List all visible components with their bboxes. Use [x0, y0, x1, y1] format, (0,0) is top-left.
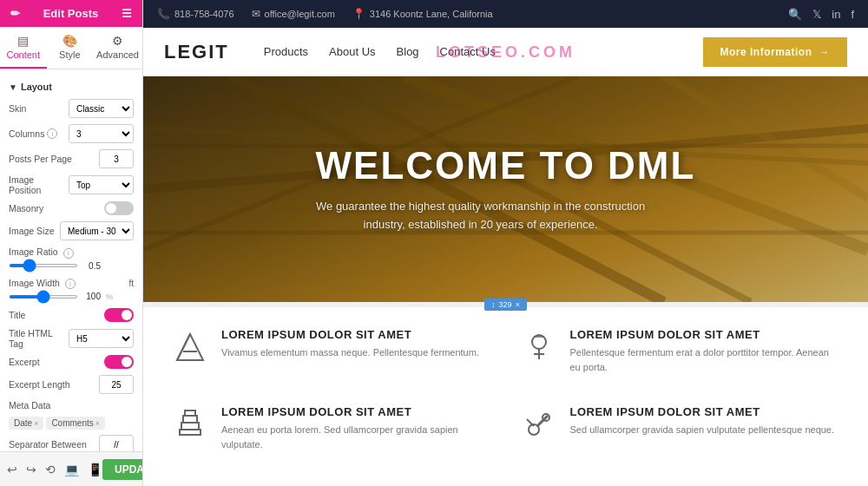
feature-text-1: LOREM IPSUM DOLOR SIT AMET Pellentesque … — [570, 328, 841, 374]
menu-icon[interactable]: ☰ — [122, 7, 132, 20]
mobile-icon[interactable]: 📱 — [88, 463, 102, 476]
image-size-label: Image Size — [9, 226, 60, 236]
tab-style[interactable]: 🎨 Style — [47, 27, 94, 69]
redo-icon[interactable]: ↪ — [26, 463, 36, 476]
svg-marker-10 — [177, 334, 203, 360]
feature-desc-2: Aenean eu porta lorem. Sed ullamcorper g… — [221, 423, 492, 451]
image-size-select[interactable]: Medium - 300 x 300 — [60, 221, 134, 240]
search-icon[interactable]: 🔍 — [788, 8, 802, 21]
skin-select[interactable]: Classic — [69, 99, 134, 118]
resize-badge[interactable]: ↕ 329 × — [484, 299, 527, 311]
meta-data-label: Meta Data — [9, 400, 134, 410]
feature-text-0: LOREM IPSUM DOLOR SIT AMET Vivamus eleme… — [221, 328, 479, 360]
address-contact: 📍 3146 Koontz Lane, California — [352, 8, 493, 20]
feature-title-3: LOREM IPSUM DOLOR SIT AMET — [570, 405, 835, 418]
excerpt-toggle[interactable] — [104, 355, 134, 369]
site-logo[interactable]: LEGIT — [164, 41, 229, 63]
panel-header: ✏ Edit Posts ☰ — [0, 0, 142, 27]
image-width-ft: ft — [128, 279, 134, 288]
image-position-label: Image Position — [9, 174, 69, 195]
feature-icon-1 — [520, 328, 558, 366]
tab-content[interactable]: ▤ Content — [0, 27, 47, 69]
nav-products[interactable]: Products — [264, 45, 308, 58]
undo-icon[interactable]: ↩ — [7, 463, 17, 476]
top-bar: 📞 818-758-4076 ✉ office@legit.com 📍 3146… — [143, 0, 868, 28]
separator-input[interactable] — [99, 435, 134, 451]
content-tab-icon: ▤ — [3, 34, 43, 48]
meta-data-tags: Date × Comments × — [9, 417, 134, 430]
history-icon[interactable]: ⟲ — [45, 463, 56, 476]
image-ratio-label: Image Ratio i — [9, 246, 74, 259]
image-width-label: Image Width i — [9, 278, 76, 290]
svg-rect-20 — [185, 410, 195, 416]
panel-title: Edit Posts — [20, 7, 122, 20]
toolbar-icons: ↩ ↪ ⟲ 💻 📱 — [7, 463, 102, 476]
excerpt-length-label: Excerpt Length — [9, 379, 99, 390]
meta-comments-tag[interactable]: Comments × — [46, 417, 105, 430]
feature-desc-1: Pellentesque fermentum erat a dolor port… — [570, 345, 841, 374]
image-ratio-row: Image Ratio i 0.5 — [9, 246, 134, 271]
image-position-select[interactable]: Top — [69, 175, 134, 194]
svg-line-25 — [539, 421, 542, 424]
image-ratio-info-icon[interactable]: i — [63, 248, 74, 259]
bottom-toolbar: ↩ ↪ ⟲ 💻 📱 UPDATE ▼ — [0, 451, 142, 486]
excerpt-label: Excerpt — [9, 357, 104, 367]
linkedin-icon[interactable]: in — [832, 8, 840, 21]
address-icon: 📍 — [352, 8, 365, 20]
advanced-tab-icon: ⚙ — [96, 34, 139, 48]
update-controls: UPDATE ▼ — [102, 459, 143, 480]
meta-data-label-row: Meta Data — [9, 400, 134, 410]
tab-advanced[interactable]: ⚙ Advanced — [93, 27, 142, 69]
resize-handle[interactable]: ↕ 329 × — [143, 302, 868, 307]
svg-rect-19 — [183, 416, 197, 423]
feature-title-2: LOREM IPSUM DOLOR SIT AMET — [221, 405, 492, 418]
posts-per-page-input[interactable] — [99, 149, 134, 168]
main-area: 📞 818-758-4076 ✉ office@legit.com 📍 3146… — [143, 0, 868, 486]
meta-date-remove[interactable]: × — [34, 419, 38, 428]
skin-label: Skin — [9, 103, 69, 114]
image-width-info-icon[interactable]: i — [65, 279, 76, 289]
feature-item-3: LOREM IPSUM DOLOR SIT AMET Sed ullamcorp… — [520, 405, 841, 465]
nav-links: Products About Us Blog Contact Us — [264, 45, 496, 58]
image-ratio-slider[interactable] — [9, 264, 78, 267]
columns-label: Columns i — [9, 128, 69, 139]
phone-contact: 📞 818-758-4076 — [157, 8, 234, 20]
edit-icon: ✏ — [10, 7, 20, 20]
masonry-toggle[interactable] — [104, 201, 134, 215]
feature-desc-3: Sed ullamcorper gravida sapien vulputate… — [570, 423, 835, 437]
top-bar-right: 🔍 𝕏 in f — [788, 8, 854, 21]
features-section: LOREM IPSUM DOLOR SIT AMET Vivamus eleme… — [143, 307, 868, 486]
hero-section: WELCOME TO DML We guarantee the highest … — [143, 76, 868, 302]
title-html-tag-select[interactable]: H5 — [69, 329, 134, 348]
nav-contact[interactable]: Contact Us — [440, 45, 496, 58]
nav-blog[interactable]: Blog — [397, 45, 419, 58]
image-position-field: Image Position Top — [9, 174, 134, 195]
meta-date-tag[interactable]: Date × — [9, 417, 43, 430]
separator-label: Separator Between — [9, 439, 99, 450]
excerpt-length-input[interactable] — [99, 375, 134, 394]
image-width-slider[interactable] — [9, 295, 78, 299]
feature-text-2: LOREM IPSUM DOLOR SIT AMET Aenean eu por… — [221, 405, 492, 451]
panel-tabs: ▤ Content 🎨 Style ⚙ Advanced — [0, 27, 142, 69]
title-field: Title — [9, 308, 134, 322]
title-toggle[interactable] — [104, 308, 134, 322]
desktop-icon[interactable]: 💻 — [64, 463, 79, 476]
posts-per-page-field: Posts Per Page — [9, 149, 134, 168]
meta-comments-remove[interactable]: × — [95, 419, 100, 428]
nav-about[interactable]: About Us — [329, 45, 375, 58]
left-panel: ✏ Edit Posts ☰ ▤ Content 🎨 Style ⚙ Advan… — [0, 0, 143, 486]
columns-info-icon[interactable]: i — [47, 128, 57, 139]
hero-content: WELCOME TO DML We guarantee the highest … — [316, 144, 696, 234]
more-info-button[interactable]: More Information → — [703, 37, 848, 67]
style-tab-icon: 🎨 — [50, 34, 90, 48]
feature-item-2: LOREM IPSUM DOLOR SIT AMET Aenean eu por… — [171, 405, 492, 465]
update-button[interactable]: UPDATE — [102, 459, 143, 480]
email-icon: ✉ — [252, 8, 260, 20]
facebook-icon[interactable]: f — [851, 8, 854, 21]
email-contact: ✉ office@legit.com — [252, 8, 335, 20]
title-html-tag-label: Title HTML Tag — [9, 328, 69, 349]
twitter-icon[interactable]: 𝕏 — [812, 8, 821, 21]
layout-section-header[interactable]: ▼ Layout — [9, 82, 134, 92]
columns-select[interactable]: 3 — [69, 124, 134, 143]
title-label: Title — [9, 310, 104, 320]
